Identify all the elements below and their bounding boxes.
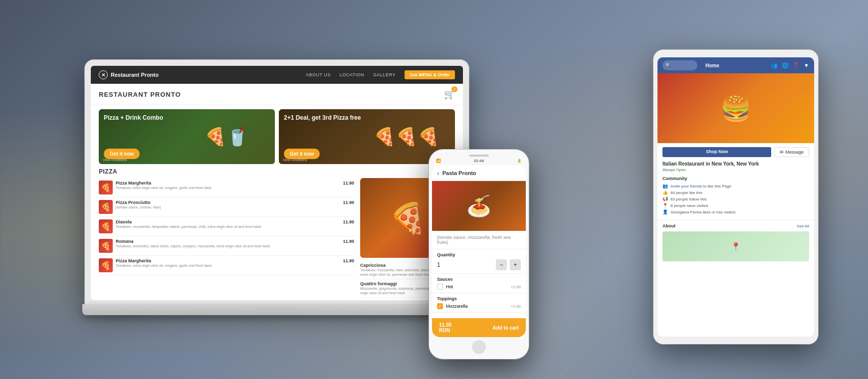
cart-wrapper[interactable]: 🛒 2	[444, 89, 455, 100]
phone-item-description: (tomato sauce, mozzarella, fresh sea fru…	[432, 231, 526, 249]
phone-page-title: Pasta Pronto	[442, 170, 476, 176]
laptop-screen: ✕ Restaurant Pronto ABOUT US LOCATION GA…	[91, 66, 463, 300]
promo-1-title: Pizza + Drink Combo	[104, 114, 195, 122]
phone-sauce-checkbox[interactable]	[437, 284, 443, 290]
item-desc-1: Tomatoes, extra-virgin olive oil, oregan…	[116, 186, 338, 190]
fb-page-name: Italian Restaurant in New York, New York	[662, 161, 809, 167]
fb-cover-image: 🍔	[657, 73, 814, 143]
nav-order-btn[interactable]: See MENU & Order	[405, 70, 455, 79]
item-info-1: Pizza Margherita Tomatoes, extra-virgin …	[116, 181, 338, 190]
phone-qty-minus-btn[interactable]: −	[496, 259, 507, 270]
phone-status-bar: 📶 02:48 🔋	[432, 159, 526, 163]
fb-invite-icon: 👥	[662, 184, 668, 189]
item-price-4: 11.90	[343, 239, 354, 244]
fb-likes-stat: 👍 84 people like this	[662, 190, 809, 195]
fb-follow-icon: 📢	[662, 196, 668, 201]
phone-quantity-section: Quantity 1 − +	[432, 249, 526, 274]
menu-restaurant-title: RESTAURANT PRONTO	[99, 91, 181, 98]
phone-sauces-label: Sauces	[437, 277, 521, 282]
section-pizza-label: PIZZA	[99, 168, 455, 175]
fb-message-btn[interactable]: ✉ Message	[774, 147, 809, 157]
phone-home-button[interactable]	[472, 340, 486, 354]
fb-search-box[interactable]: 🔍	[662, 60, 697, 70]
phone-price-value: 11.90	[439, 322, 451, 328]
fb-home-link[interactable]: Home	[705, 63, 719, 68]
site-navigation: ✕ Restaurant Pronto ABOUT US LOCATION GA…	[91, 66, 463, 84]
promo-card-1[interactable]: 🍕🥤 Pizza + Drink Combo Get it now View c…	[99, 109, 275, 164]
fb-search-icon: 🔍	[665, 63, 671, 68]
fb-follow-stat: 📢 83 people follow this	[662, 196, 809, 201]
fb-user-stat: 👤 Georgiana Florea likes or has visited	[662, 209, 809, 214]
phone-sauce-item[interactable]: Hot +1.00	[437, 284, 521, 290]
item-thumb-5: 🍕	[99, 258, 113, 272]
fb-see-all-link[interactable]: See All	[797, 224, 809, 228]
item-price-5: 11.90	[343, 258, 354, 263]
phone-back-icon[interactable]: ‹	[437, 169, 439, 177]
promo-section: 🍕🥤 Pizza + Drink Combo Get it now View c…	[91, 105, 463, 168]
fb-shop-now-btn[interactable]: Shop Now	[662, 147, 771, 157]
item-info-3: Diavola Tomatoes, mozzarella, Neapolitan…	[116, 219, 338, 229]
menu-left-list: 🍕 Pizza Margherita Tomatoes, extra-virgi…	[99, 178, 354, 298]
phone-body: 📶 02:48 🔋 ‹ Pasta Pronto 🍝 (tomato sauce…	[429, 150, 529, 359]
item-info-4: Romana Tomatoes, anchovies, black olives…	[116, 239, 338, 248]
phone-add-to-cart-btn[interactable]: 11.90 RON Add to cart	[432, 318, 526, 337]
fb-message-label: Message	[785, 150, 804, 155]
fb-follow-text: 83 people follow this	[670, 197, 707, 201]
phone-speaker	[469, 155, 489, 157]
fb-about-section: About See All	[657, 220, 814, 231]
fb-dropdown-icon[interactable]: ▼	[804, 62, 809, 69]
fb-nav-icons: 👥 🌐 ❓ ▼	[771, 62, 809, 69]
item-info-2: Pizza Prosciutto (tomato sauce, cheese, …	[116, 200, 338, 209]
phone-sauce-price: +1.00	[511, 285, 521, 289]
phone-food-image: 🍝	[432, 181, 526, 231]
promo-2-btn[interactable]: Get it now	[284, 149, 320, 159]
item-thumb-1: 🍕	[99, 181, 113, 194]
item-desc-2: (tomato sauce, cheese, ham)	[116, 205, 338, 209]
item-price-2: 11.90	[343, 200, 354, 205]
fb-friends-icon[interactable]: 👥	[771, 62, 778, 69]
fb-likes-icon: 👍	[662, 190, 668, 195]
fb-visited-text: 8 people have visited	[670, 203, 708, 208]
fb-map[interactable]: 📍	[662, 231, 809, 261]
menu-item[interactable]: 🍕 Romana Tomatoes, anchovies, black oliv…	[99, 236, 354, 256]
item-thumb-2: 🍕	[99, 200, 113, 214]
menu-grid: 🍕 Pizza Margherita Tomatoes, extra-virgi…	[99, 178, 455, 298]
cart-badge: 2	[451, 86, 457, 92]
item-price-3: 11.90	[343, 219, 354, 224]
promo-1-btn[interactable]: Get it now	[104, 149, 140, 159]
laptop-notch	[257, 308, 297, 312]
phone-nav: ‹ Pasta Pronto	[432, 165, 526, 181]
phone-screen: ‹ Pasta Pronto 🍝 (tomato sauce, mozzarel…	[432, 165, 526, 337]
fb-always-open: Always Open	[662, 168, 809, 172]
phone-sauce-option: Hot	[446, 284, 453, 289]
promo-2-conditions[interactable]: View conditions	[283, 158, 307, 162]
menu-item[interactable]: 🍕 Pizza Margherita Tomatoes, extra-virgi…	[99, 178, 354, 197]
phone-toppings-label: Toppings	[437, 296, 521, 301]
laptop-device: ✕ Restaurant Pronto ABOUT US LOCATION GA…	[85, 60, 469, 339]
menu-item[interactable]: 🍕 Pizza Margherita Tomatoes, extra-virgi…	[99, 256, 354, 275]
fb-invite-link[interactable]: Invite your friends	[670, 184, 702, 189]
item-price-1: 11.90	[343, 181, 354, 186]
menu-item[interactable]: 🍕 Pizza Prosciutto (tomato sauce, cheese…	[99, 197, 354, 217]
fb-community-label: Community	[662, 176, 809, 181]
promo-2-title: 2+1 Deal, get 3rd Pizza free	[284, 114, 375, 122]
fb-globe-icon[interactable]: 🌐	[782, 62, 789, 69]
nav-location[interactable]: LOCATION	[340, 72, 364, 77]
phone-add-label: Add to cart	[492, 325, 519, 331]
fb-likes-text: 84 people like this	[670, 190, 702, 195]
phone-topping-checkbox[interactable]: ✓	[437, 303, 443, 309]
nav-gallery[interactable]: GALLERY	[373, 72, 396, 77]
fb-question-icon[interactable]: ❓	[793, 62, 800, 69]
phone-sauces-section: Sauces Hot +1.00	[432, 274, 526, 293]
phone-topping-option: Mozzarella	[446, 304, 468, 309]
phone-qty-plus-btn[interactable]: +	[510, 259, 521, 270]
promo-1-conditions[interactable]: View conditions	[103, 158, 127, 162]
fb-message-icon: ✉	[780, 150, 784, 155]
phone-signal-icon: 📶	[436, 159, 441, 163]
logo-icon: ✕	[99, 70, 108, 79]
menu-item[interactable]: 🍕 Diavola Tomatoes, mozzarella, Neapolit…	[99, 217, 354, 236]
fb-user-icon: 👤	[662, 209, 668, 214]
nav-about[interactable]: ABOUT US	[306, 72, 331, 77]
phone-topping-item[interactable]: ✓ Mozzarella +1.00	[437, 303, 521, 309]
phone-device: 📶 02:48 🔋 ‹ Pasta Pronto 🍝 (tomato sauce…	[429, 150, 529, 359]
